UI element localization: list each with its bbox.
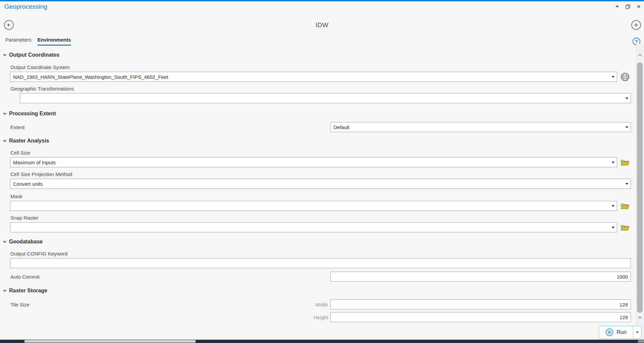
geoprocessing-pane: Geoprocessing ✕ IDW Parameters Environme — [0, 0, 644, 343]
auto-commit-field — [330, 272, 631, 282]
output-config-keyword-input[interactable] — [10, 259, 631, 268]
section-header-processing-extent[interactable]: Processing Extent — [3, 111, 56, 117]
run-button-label: Run — [616, 329, 626, 335]
geographic-transformations-label: Geographic Transformations — [10, 86, 74, 92]
snap-raster-browse-button[interactable] — [620, 223, 630, 231]
auto-commit-label: Auto Commit — [10, 274, 40, 280]
chevron-down-icon — [3, 240, 7, 243]
tab-environments[interactable]: Environments — [38, 37, 71, 46]
globe-icon — [621, 72, 630, 81]
extent-label: Extent — [10, 124, 25, 130]
pane-menu-button[interactable] — [614, 4, 620, 9]
pane-close-button[interactable]: ✕ — [636, 4, 641, 9]
chevron-down-icon — [3, 112, 7, 115]
scrollbar-corner — [638, 340, 644, 343]
dropdown-arrow-icon[interactable] — [609, 223, 617, 232]
geographic-transformations-combobox[interactable] — [20, 93, 631, 103]
tab-bar: Parameters Environments — [5, 37, 71, 46]
pane-dock-button[interactable] — [625, 4, 631, 9]
dropdown-arrow-icon[interactable] — [623, 94, 631, 103]
tile-height-label: Height — [295, 315, 328, 320]
mask-label: Mask — [10, 193, 22, 199]
folder-icon — [621, 202, 630, 210]
pane-title: Geoprocessing — [4, 3, 47, 10]
spatial-reference-button[interactable] — [620, 72, 630, 81]
folder-icon — [621, 224, 630, 231]
tab-parameters[interactable]: Parameters — [5, 37, 32, 46]
section-title: Geodatabase — [9, 239, 43, 245]
mask-browse-button[interactable] — [620, 202, 630, 210]
play-icon — [605, 328, 613, 336]
section-header-output-coordinates[interactable]: Output Coordinates — [3, 52, 59, 58]
dropdown-arrow-icon[interactable] — [623, 179, 631, 188]
cell-size-combobox[interactable]: Maximum of Inputs — [10, 157, 617, 167]
tile-height-input[interactable] — [331, 312, 631, 322]
combobox-value: Default — [331, 124, 623, 130]
tile-width-field — [330, 299, 631, 309]
dropdown-arrow-icon[interactable] — [609, 158, 617, 167]
auto-commit-input[interactable] — [331, 272, 631, 281]
tile-height-field — [330, 312, 631, 322]
output-config-keyword-label: Output CONFIG Keyword — [10, 251, 67, 256]
chevron-up-icon — [638, 54, 642, 56]
cell-size-label: Cell Size — [10, 150, 30, 156]
tile-width-label: Width — [295, 302, 328, 307]
chevron-down-icon — [638, 316, 642, 319]
extent-combobox[interactable]: Default — [330, 122, 631, 132]
dropdown-arrow-icon[interactable] — [609, 72, 617, 81]
section-title: Raster Analysis — [9, 138, 49, 144]
mask-combobox[interactable] — [10, 201, 617, 211]
pane-accent-bar — [0, 0, 644, 1]
vertical-scrollbar-thumb[interactable] — [637, 62, 643, 313]
combobox-value: Maximum of Inputs — [10, 160, 609, 165]
scroll-down-button[interactable] — [637, 316, 643, 320]
chevron-down-icon — [3, 139, 7, 142]
tile-size-label: Tile Size — [10, 302, 30, 307]
add-button[interactable] — [631, 20, 641, 30]
tile-width-input[interactable] — [331, 300, 631, 309]
output-coordinate-system-label: Output Coordinate System — [10, 64, 70, 70]
section-header-raster-storage[interactable]: Raster Storage — [3, 288, 47, 294]
run-split-button: Run — [599, 326, 642, 339]
chevron-down-icon — [3, 53, 7, 57]
close-icon: ✕ — [637, 4, 641, 9]
section-header-raster-analysis[interactable]: Raster Analysis — [3, 138, 49, 144]
run-options-dropdown-button[interactable] — [633, 326, 641, 338]
section-title: Processing Extent — [9, 111, 56, 117]
cell-size-projection-method-combobox[interactable]: Convert units — [10, 179, 631, 189]
horizontal-scrollbar-thumb[interactable] — [24, 340, 196, 343]
section-title: Raster Storage — [9, 288, 47, 294]
dropdown-arrow-icon[interactable] — [623, 122, 631, 132]
section-title: Output Coordinates — [9, 52, 59, 58]
chevron-down-icon — [3, 289, 7, 292]
run-button[interactable]: Run — [599, 326, 633, 338]
scroll-up-button[interactable] — [637, 53, 643, 57]
dropdown-arrow-icon[interactable] — [609, 201, 617, 211]
section-header-geodatabase[interactable]: Geodatabase — [3, 239, 43, 245]
pane-window-controls: ✕ — [614, 4, 641, 9]
folder-icon — [621, 159, 630, 166]
plus-icon — [634, 22, 639, 27]
dropdown-arrow-icon — [636, 332, 639, 333]
dock-restore-icon — [626, 4, 630, 9]
combobox-value: Convert units — [10, 181, 623, 187]
caret-down-icon — [615, 6, 619, 8]
cell-size-projection-method-label: Cell Size Projection Method — [10, 171, 72, 177]
cell-size-browse-button[interactable] — [620, 158, 630, 166]
output-coordinate-system-combobox[interactable]: NAD_1983_HARN_StatePlane_Washington_Sout… — [10, 72, 617, 82]
snap-raster-label: Snap Raster — [10, 215, 38, 221]
snap-raster-combobox[interactable] — [10, 222, 617, 232]
tool-title: IDW — [0, 21, 644, 29]
output-config-keyword-field — [10, 258, 631, 268]
combobox-value: NAD_1983_HARN_StatePlane_Washington_Sout… — [10, 74, 609, 80]
